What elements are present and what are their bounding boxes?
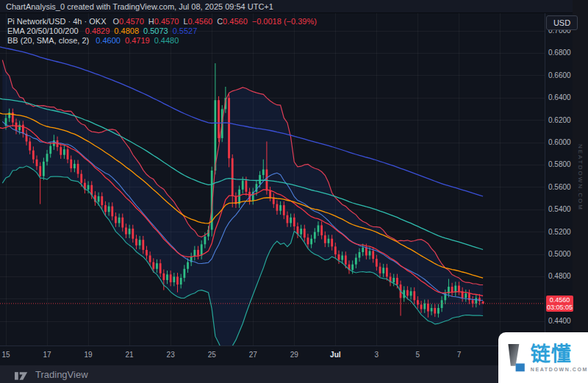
symbol-title: Pi Network/USD · 4h · OKX [7, 17, 106, 26]
time-tick-label: 21 [118, 351, 140, 359]
price-tick-label: 0.6200 [548, 116, 571, 124]
candle-body [162, 273, 165, 280]
candle-body [451, 287, 453, 293]
neatdown-brand-text: 链懂 NEATDOWN.COM [531, 344, 588, 372]
legend-bb-row[interactable]: BB (20, SMA, close, 2) 0.46000.47190.448… [7, 36, 317, 45]
price-tick-label: 0.6400 [548, 93, 571, 101]
candle-body [132, 229, 134, 239]
tradingview-chart-window: ChartAnalysis_0 created with TradingView… [0, 0, 588, 383]
candle-body [46, 154, 49, 162]
last-price-badge: 0.456003:05:05 [546, 296, 573, 312]
bb-fill [2, 60, 483, 346]
candle-body [362, 248, 364, 252]
candle-body [115, 216, 117, 223]
candle-body [77, 164, 79, 174]
price-axis[interactable]: 0.70000.68000.66000.64000.62000.60000.58… [545, 13, 573, 346]
candle-body [170, 274, 172, 282]
candle-body [334, 246, 337, 254]
bb-value-2: 0.4480 [154, 36, 179, 45]
bb-value-1: 0.4719 [125, 36, 150, 45]
candle-body [245, 181, 248, 192]
candle-body [87, 185, 90, 190]
legend-symbol-row[interactable]: Pi Network/USD · 4h · OKX O0.4570H0.4570… [7, 17, 317, 26]
candle-body [193, 250, 196, 257]
candle-body [310, 239, 312, 245]
bb-indicator-label: BB (20, SMA, close, 2) [7, 36, 89, 45]
candle-body [60, 147, 62, 155]
time-tick-label: 3 [365, 351, 387, 359]
candle-body [218, 100, 220, 138]
candle-body [279, 205, 282, 211]
ohlc-values: O0.4570H0.4570L0.4560C0.4560−0.0018 (−0.… [109, 17, 317, 26]
candle-body [283, 205, 285, 215]
time-tick-label: 25 [201, 351, 223, 359]
candle-body [152, 262, 154, 269]
candle-body [98, 196, 100, 202]
candle-body [314, 232, 316, 239]
price-tick-label: 0.5800 [548, 160, 571, 168]
tradingview-logo-icon[interactable] [15, 369, 30, 380]
candle-body [331, 239, 333, 247]
ema-value-3: 0.5527 [173, 26, 198, 35]
candle-body [176, 276, 179, 284]
candle-body [423, 304, 426, 309]
time-tick-label: 27 [242, 351, 264, 359]
window-title-bar: ChartAnalysis_0 created with TradingView… [0, 0, 588, 13]
price-tick-label: 0.5400 [548, 205, 571, 213]
candle-body [111, 207, 113, 217]
candle-body [121, 218, 123, 228]
time-tick-label: 7 [448, 351, 470, 359]
candle-body [159, 263, 162, 273]
candle-body [49, 146, 51, 154]
candle-body [300, 229, 302, 235]
ema-value-1: 0.4808 [114, 26, 139, 35]
candle-body [269, 190, 271, 197]
price-tick-label: 0.6800 [548, 49, 571, 57]
candle-body [149, 256, 151, 262]
candle-body [355, 258, 357, 265]
time-axis[interactable]: 1517192123252729Jul3579 [0, 346, 545, 366]
price-chart-canvas[interactable] [0, 13, 545, 346]
candle-body [63, 149, 65, 155]
candle-body [431, 308, 433, 312]
candle-body [276, 204, 279, 211]
price-tick-label: 0.5600 [548, 183, 571, 191]
candle-body [293, 218, 295, 226]
candle-body [201, 244, 203, 255]
candle-body [43, 162, 45, 176]
neatdown-brand-watermark: 链懂 NEATDOWN.COM [498, 332, 588, 383]
ema-value-2: 0.5073 [143, 26, 168, 35]
candle-body [32, 151, 35, 160]
price-tick-label: 0.6000 [548, 138, 571, 146]
candle-body [139, 240, 141, 246]
candle-body [70, 160, 72, 168]
candle-body [228, 98, 230, 158]
candle-body [318, 225, 320, 232]
candle-body [156, 263, 158, 269]
ohlc-pair: H0.4570 [148, 17, 179, 26]
candle-body [104, 205, 107, 212]
candle-body [386, 268, 388, 276]
candle-body [427, 304, 429, 312]
candle-body [345, 256, 347, 265]
currency-toggle-button[interactable]: USD [546, 15, 578, 30]
candle-body [180, 278, 182, 284]
candle-body [307, 237, 309, 244]
last-price-value: 0.4560 [546, 296, 573, 304]
price-tick-label: 0.5200 [548, 228, 571, 236]
tradingview-brand-link[interactable]: TradingView [35, 369, 88, 380]
candle-body [80, 174, 82, 183]
candle-body [304, 229, 306, 237]
candle-body [376, 259, 378, 267]
candle-body [146, 250, 148, 256]
time-tick-label: 19 [77, 351, 99, 359]
candle-body [129, 229, 131, 235]
candle-body [108, 207, 110, 212]
candle-body [441, 300, 443, 308]
legend-ema-row[interactable]: EMA 20/50/100/200 0.48290.48080.50730.55… [7, 26, 317, 35]
neatdown-logo-icon [504, 337, 526, 379]
candle-body [351, 265, 354, 271]
candle-body [74, 164, 76, 168]
price-tick-label: 0.5000 [548, 250, 571, 258]
candle-body [183, 269, 185, 278]
